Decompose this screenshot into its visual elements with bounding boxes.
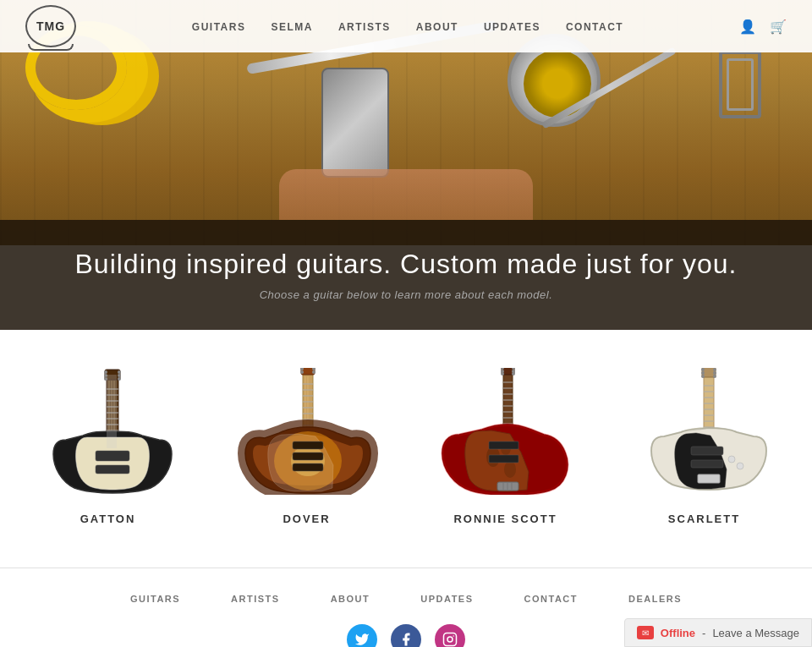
guitar-card-gatton[interactable]: GATTON [17, 364, 199, 525]
nav-item-selma[interactable]: SELMA [271, 21, 313, 33]
logo-text: TMG [36, 19, 65, 33]
nav-item-artists[interactable]: ARTISTS [338, 21, 391, 33]
hero-title: Building inspired guitars. Custom made j… [74, 249, 737, 280]
svg-point-15 [104, 374, 107, 377]
svg-point-16 [104, 377, 107, 381]
guitar-name-scarlett: SCARLETT [668, 513, 740, 525]
user-icon[interactable]: 👤 [739, 19, 756, 35]
logo[interactable]: TMG [25, 5, 76, 47]
footer-nav-artists[interactable]: ARTISTS [231, 594, 280, 604]
svg-rect-94 [691, 447, 723, 455]
footer-nav: GUITARS ARTISTS ABOUT UPDATES CONTACT DE… [17, 594, 795, 604]
nav-icons: 👤 🛒 [739, 19, 787, 35]
guitar-name-gatton: GATTON [80, 513, 136, 525]
footer-nav-guitars[interactable]: GUITARS [130, 594, 180, 604]
chat-status: Offline [661, 627, 695, 639]
svg-point-88 [701, 368, 705, 371]
guitar-card-ronnie-scott[interactable]: RONNIE SCOTT [414, 364, 596, 525]
footer-nav-contact[interactable]: CONTACT [524, 594, 578, 604]
chat-label: Leave a Message [712, 627, 799, 639]
spring-decoration [719, 51, 761, 118]
svg-rect-51 [293, 463, 323, 471]
svg-rect-49 [293, 441, 323, 449]
scarlett-svg [620, 368, 789, 495]
svg-point-64 [501, 372, 504, 376]
svg-point-67 [512, 372, 515, 376]
svg-point-93 [713, 375, 716, 378]
chat-widget[interactable]: Offline - Leave a Message [624, 618, 812, 647]
svg-rect-96 [698, 474, 720, 483]
hero-subtitle: Choose a guitar below to learn more abou… [260, 288, 553, 301]
svg-point-17 [118, 370, 121, 374]
svg-rect-50 [293, 452, 323, 460]
nav-item-guitars[interactable]: GUITARS [192, 21, 246, 33]
nav-item-updates[interactable]: UPDATES [484, 21, 540, 33]
navbar: TMG GUITARS SELMA ARTISTS ABOUT UPDATES … [0, 0, 812, 52]
svg-point-100 [447, 637, 453, 642]
svg-point-98 [737, 463, 743, 469]
chat-separator: - [702, 627, 705, 639]
svg-point-46 [312, 370, 315, 374]
twitter-button[interactable] [347, 624, 377, 647]
facebook-button[interactable] [391, 624, 421, 647]
svg-point-92 [713, 371, 716, 375]
svg-point-19 [118, 377, 121, 381]
svg-point-70 [504, 461, 516, 478]
hands-decoration [279, 169, 533, 220]
footer-nav-about[interactable]: ABOUT [331, 594, 370, 604]
logo-icon: TMG [25, 5, 76, 47]
svg-rect-99 [444, 633, 457, 646]
guitar-card-dover[interactable]: DOVER [216, 364, 398, 525]
svg-point-97 [728, 456, 735, 463]
guitar-plate-decoration [321, 68, 389, 178]
footer-nav-dealers[interactable]: DEALERS [628, 594, 682, 604]
guitars-section: GATTON [0, 330, 812, 567]
svg-rect-95 [691, 460, 723, 468]
guitar-image-scarlett [613, 364, 795, 499]
hero-text-overlay: Building inspired guitars. Custom made j… [0, 220, 812, 330]
svg-point-43 [300, 370, 304, 374]
svg-point-14 [104, 370, 107, 374]
svg-point-91 [713, 368, 716, 371]
guitar-name-dover: DOVER [283, 513, 330, 525]
guitars-grid: GATTON [17, 364, 795, 525]
guitar-image-gatton [17, 364, 199, 499]
guitar-image-dover [216, 364, 398, 499]
ronnie-scott-svg [421, 368, 590, 495]
svg-rect-71 [489, 441, 518, 449]
nav-item-contact[interactable]: CONTACT [566, 21, 623, 33]
svg-rect-72 [489, 455, 518, 463]
cart-icon[interactable]: 🛒 [770, 19, 787, 35]
chat-icon [637, 626, 654, 639]
footer-nav-updates[interactable]: UPDATES [420, 594, 473, 604]
nav-item-about[interactable]: ABOUT [416, 21, 458, 33]
guitar-card-scarlett[interactable]: SCARLETT [613, 364, 795, 525]
gatton-svg [24, 368, 193, 495]
svg-rect-21 [96, 465, 129, 474]
instagram-button[interactable] [435, 624, 465, 647]
nav-links: GUITARS SELMA ARTISTS ABOUT UPDATES CONT… [192, 19, 623, 34]
svg-point-101 [453, 635, 454, 637]
dover-svg [222, 368, 392, 495]
svg-point-89 [701, 371, 705, 375]
svg-point-90 [701, 375, 705, 378]
svg-rect-20 [96, 451, 129, 461]
guitar-name-ronnie-scott: RONNIE SCOTT [453, 513, 557, 525]
guitar-image-ronnie-scott [414, 364, 596, 499]
svg-point-18 [118, 374, 121, 377]
